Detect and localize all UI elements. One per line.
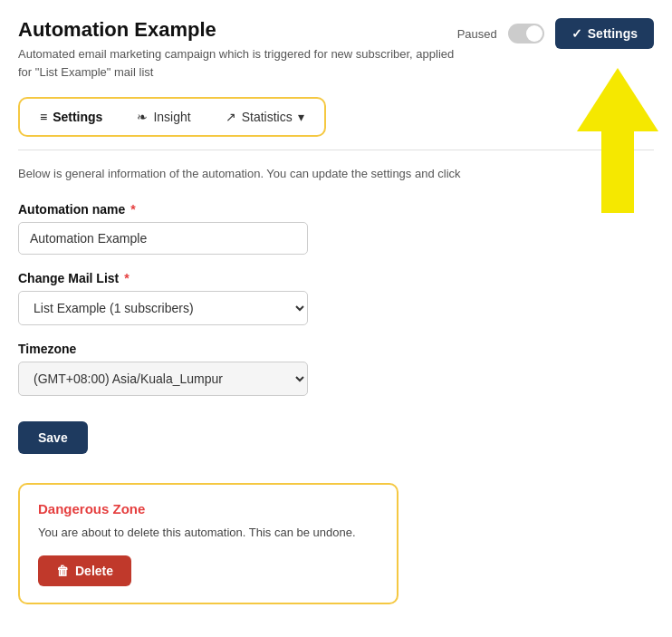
timezone-group: Timezone (GMT+08:00) Asia/Kuala_Lumpur [18,342,654,396]
mail-list-select[interactable]: List Example (1 subscribers) [18,291,308,325]
trash-icon: 🗑 [56,564,69,578]
timezone-label: Timezone [18,342,654,356]
chevron-down-icon: ▾ [298,110,304,124]
check-icon: ✓ [571,26,582,41]
settings-button[interactable]: ✓ Settings [555,18,654,49]
automation-name-group: Automation name * [18,202,654,255]
tab-insight-label: Insight [153,110,190,124]
page-title: Automation Example [18,18,457,42]
delete-label: Delete [75,564,113,578]
page-subtitle: Automated email marketing campaign which… [18,45,457,81]
tabs-container: ≡ Settings ❧ Insight ↗ Statistics ▾ [18,97,326,137]
yellow-arrow [577,68,658,213]
danger-zone-title: Dangerous Zone [38,501,379,516]
required-asterisk: * [130,202,135,217]
section-description: Below is general information of the auto… [18,165,654,184]
arrow-head [577,68,658,131]
automation-name-label: Automation name * [18,202,654,217]
mail-list-group: Change Mail List * List Example (1 subsc… [18,271,654,325]
dangerous-zone: Dangerous Zone You are about to delete t… [18,483,398,605]
insight-tab-icon: ❧ [137,110,148,124]
tab-statistics-label: Statistics [242,110,293,124]
settings-tab-icon: ≡ [40,110,47,124]
mail-list-label: Change Mail List * [18,271,654,285]
tab-settings-label: Settings [53,110,102,124]
automation-name-input[interactable] [18,222,308,255]
save-button[interactable]: Save [18,421,88,454]
tab-insight[interactable]: ❧ Insight [120,102,206,131]
section-divider [18,150,654,150]
required-asterisk-2: * [124,271,129,285]
paused-label: Paused [457,27,497,41]
statistics-tab-icon: ↗ [226,110,236,124]
arrow-body [601,131,634,213]
paused-toggle[interactable] [508,24,544,43]
timezone-select[interactable]: (GMT+08:00) Asia/Kuala_Lumpur [18,362,308,396]
tab-statistics[interactable]: ↗ Statistics ▾ [209,102,321,131]
delete-button[interactable]: 🗑 Delete [38,555,131,586]
tab-settings[interactable]: ≡ Settings [24,102,119,131]
danger-zone-description: You are about to delete this automation.… [38,524,379,542]
